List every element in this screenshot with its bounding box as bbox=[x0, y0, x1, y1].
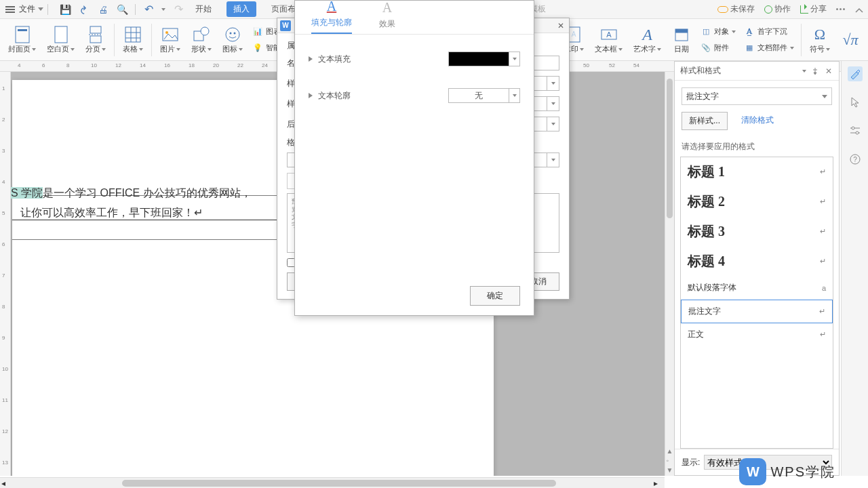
svg-rect-1 bbox=[18, 29, 27, 31]
icon-button[interactable]: 图标 bbox=[218, 24, 247, 56]
wps-logo-icon: W bbox=[739, 458, 766, 485]
share-icon bbox=[800, 5, 808, 14]
attachment-button[interactable]: 📎附件 bbox=[698, 41, 738, 55]
style-item[interactable]: 标题 1↵ bbox=[681, 157, 833, 187]
chevron-down-icon bbox=[732, 30, 736, 33]
page-break-button[interactable]: 分页 bbox=[81, 24, 110, 56]
nav-object-icon[interactable]: ◦ bbox=[667, 457, 673, 464]
scroll-left-icon[interactable]: ◂ bbox=[1, 479, 11, 488]
undo-dropdown-icon[interactable] bbox=[161, 8, 165, 11]
save-button[interactable] bbox=[59, 3, 71, 16]
equation-button[interactable]: √π bbox=[837, 29, 864, 51]
clear-format-link[interactable]: 清除格式 bbox=[734, 112, 781, 130]
new-style-button[interactable]: 新样式... bbox=[682, 112, 728, 130]
tab-insert[interactable]: 插入 bbox=[226, 1, 256, 17]
svg-point-16 bbox=[230, 33, 232, 35]
tab-fill-outline[interactable]: A 填充与轮廓 bbox=[311, 0, 352, 34]
icons-icon bbox=[223, 25, 242, 44]
text-outline-picker[interactable]: 无 bbox=[448, 88, 520, 103]
chevron-down-icon bbox=[580, 48, 584, 51]
svg-text:?: ? bbox=[853, 156, 857, 163]
paperclip-icon: 📎 bbox=[701, 43, 711, 54]
style-item[interactable]: 标题 4↵ bbox=[681, 247, 833, 277]
cover-page-button[interactable]: 封面页 bbox=[4, 24, 40, 56]
format-brush-icon[interactable] bbox=[848, 66, 863, 81]
expand-icon[interactable] bbox=[309, 56, 313, 62]
undo-button[interactable] bbox=[142, 3, 155, 16]
docparts-button[interactable]: ▦文档部件 bbox=[741, 41, 797, 55]
style-item[interactable]: 默认段落字体a bbox=[681, 277, 833, 300]
tab-effects[interactable]: A 效果 bbox=[379, 0, 395, 34]
style-item[interactable]: 标题 2↵ bbox=[681, 187, 833, 217]
file-menu-label: 文件 bbox=[19, 3, 35, 15]
close-icon[interactable]: ✕ bbox=[824, 66, 833, 76]
style-item[interactable]: 批注文字↵ bbox=[681, 300, 833, 323]
svg-rect-11 bbox=[163, 28, 178, 41]
help-icon[interactable]: ? bbox=[848, 152, 863, 167]
scrollbar-thumb[interactable] bbox=[667, 79, 673, 218]
table-button[interactable]: 表格 bbox=[119, 24, 147, 56]
dropcap-button[interactable]: A̲首字下沉 bbox=[741, 25, 797, 39]
highlighted-text: S 学院 bbox=[11, 187, 43, 199]
wps-watermark: W WPS学院 bbox=[739, 458, 835, 485]
show-label: 显示: bbox=[682, 457, 700, 468]
smart-icon: 💡 bbox=[252, 43, 263, 54]
textbox-button[interactable]: A 文本框 bbox=[591, 24, 627, 56]
object-button[interactable]: ◫对象 bbox=[698, 25, 738, 39]
tab-start[interactable]: 开始 bbox=[191, 1, 216, 18]
horizontal-scrollbar[interactable]: ◂ ▸ bbox=[0, 477, 665, 488]
select-icon[interactable] bbox=[848, 95, 863, 110]
textbox-icon: A bbox=[599, 25, 618, 44]
table-icon bbox=[123, 25, 142, 44]
svg-rect-24 bbox=[675, 29, 688, 33]
file-menu[interactable]: 文件 bbox=[19, 3, 43, 15]
collapse-ribbon-icon[interactable] bbox=[854, 7, 863, 12]
print-preview-button[interactable] bbox=[116, 3, 128, 16]
date-button[interactable]: 日期 bbox=[668, 24, 695, 56]
pin-icon[interactable] bbox=[810, 66, 820, 76]
document-text[interactable]: S 学院是一个学习 OFFICE 办公技巧的优秀网站， 让你可以高效率工作，早下… bbox=[11, 184, 252, 223]
svg-point-12 bbox=[165, 31, 168, 34]
wordart-icon: A bbox=[638, 25, 657, 44]
blank-page-icon bbox=[52, 25, 71, 44]
picture-button[interactable]: 图片 bbox=[156, 24, 184, 56]
scroll-up-icon[interactable]: ▲ bbox=[667, 447, 673, 454]
symbol-button[interactable]: Ω 符号 bbox=[806, 24, 834, 56]
panel-menu-icon[interactable] bbox=[802, 70, 806, 73]
more-menu-icon[interactable] bbox=[836, 8, 845, 10]
vertical-scrollbar[interactable]: ▲ ◦ ▼ bbox=[665, 72, 674, 476]
collab-button[interactable]: 协作 bbox=[764, 3, 791, 15]
hamburger-icon[interactable] bbox=[5, 6, 15, 13]
scroll-right-icon[interactable]: ▸ bbox=[654, 479, 663, 488]
settings-icon[interactable] bbox=[848, 123, 863, 138]
style-item[interactable]: 标题 3↵ bbox=[681, 217, 833, 247]
scroll-down-icon[interactable]: ▼ bbox=[667, 466, 673, 473]
svg-rect-2 bbox=[55, 26, 67, 43]
share-button[interactable]: 分享 bbox=[800, 3, 827, 15]
unsaved-status[interactable]: 未保存 bbox=[717, 3, 755, 15]
expand-icon[interactable] bbox=[309, 93, 313, 98]
chevron-down-icon bbox=[71, 48, 75, 51]
ok-button[interactable]: 确定 bbox=[470, 286, 520, 306]
picture-icon bbox=[161, 25, 180, 44]
svg-point-15 bbox=[226, 28, 239, 41]
object-icon: ◫ bbox=[701, 26, 711, 37]
export-button[interactable] bbox=[78, 3, 90, 16]
panel-title: 样式和格式 bbox=[680, 65, 802, 77]
svg-point-17 bbox=[234, 33, 236, 35]
chevron-down-icon bbox=[657, 48, 661, 51]
svg-point-28 bbox=[856, 131, 859, 134]
text-fill-color-picker[interactable] bbox=[448, 52, 520, 66]
svg-text:A: A bbox=[606, 30, 612, 39]
scrollbar-thumb[interactable] bbox=[122, 480, 556, 487]
style-item[interactable]: 正文↵ bbox=[681, 323, 833, 346]
blank-page-button[interactable]: 空白页 bbox=[43, 24, 79, 56]
cover-icon bbox=[13, 25, 32, 44]
fill-tab-icon: A bbox=[327, 0, 336, 14]
svg-point-14 bbox=[201, 27, 209, 35]
print-button[interactable] bbox=[97, 3, 109, 16]
shape-button[interactable]: 形状 bbox=[187, 24, 216, 56]
wordart-button[interactable]: A 艺术字 bbox=[629, 24, 665, 56]
close-icon[interactable]: ✕ bbox=[555, 20, 566, 31]
current-style-selector[interactable]: 批注文字 bbox=[682, 87, 832, 105]
